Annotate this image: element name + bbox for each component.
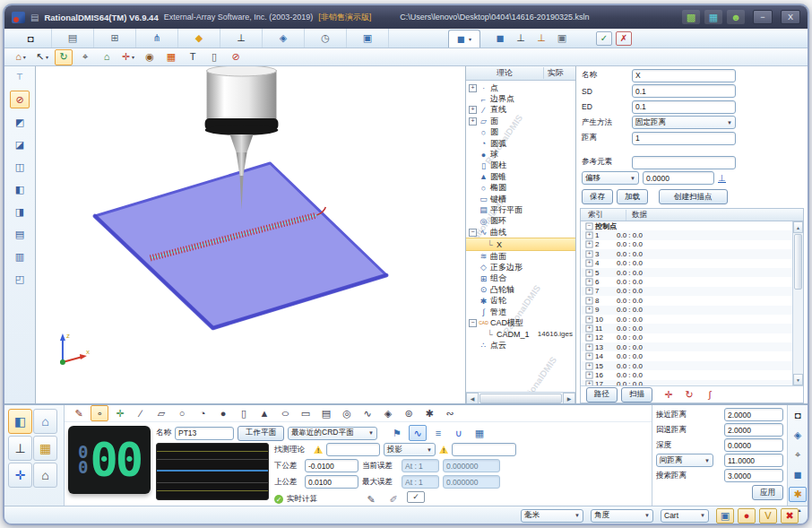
angle-dropdown[interactable]: 角度▼ [591, 509, 653, 523]
expand-toggle[interactable]: + [585, 353, 592, 360]
tree-item-parallel-planes[interactable]: ▤平行平面 [466, 204, 575, 215]
parallel-planes-feature-icon[interactable]: ▤ [317, 405, 335, 421]
circle-feature-icon[interactable]: ○ [173, 405, 191, 421]
path-button[interactable]: 路径 [586, 387, 618, 402]
probe-mode-icon-1[interactable]: ⊘ [10, 91, 30, 108]
probe-mode-icon-4[interactable]: ◫ [10, 158, 30, 176]
tree-col-actual[interactable]: 实际 [544, 67, 564, 79]
zoom-window-icon[interactable]: ⌖ [76, 49, 94, 65]
projection-dropdown[interactable]: 投影▼ [384, 443, 436, 456]
tree-item-cadm-1[interactable]: └CADM_114616.iges [466, 329, 575, 340]
probe-dark-icon[interactable]: ◘ [789, 408, 807, 423]
point-feature-icon[interactable]: ∘ [91, 405, 108, 421]
table-row[interactable]: +90.0 : 0.0 [581, 306, 793, 315]
edit-note-icon[interactable]: ✎ [362, 491, 380, 507]
expand-toggle[interactable]: + [585, 278, 592, 285]
expand-toggle[interactable]: − [469, 319, 477, 327]
crd-plane-dropdown[interactable]: 最靠近的CRD平面▼ [288, 427, 377, 440]
probe-disable-icon[interactable]: ⊘ [227, 49, 245, 65]
axes-button[interactable]: ✛ [8, 463, 32, 488]
app-icon[interactable] [12, 12, 25, 23]
tab-probe-qualify[interactable]: ◘ [10, 29, 52, 48]
scan-button[interactable]: 扫描 [621, 387, 652, 402]
shield-icon[interactable]: ◈ [789, 428, 807, 443]
coordinate-dropdown[interactable]: Cart▼ [661, 509, 709, 523]
cancel-x-icon[interactable]: ✗ [616, 31, 632, 46]
scroll-left-icon[interactable]: ◀ [466, 393, 479, 404]
list-display-icon[interactable]: ≡ [429, 425, 447, 441]
scroll-up-icon[interactable]: ▲ [793, 221, 803, 233]
tab-evaluate[interactable]: ⊞ [94, 29, 136, 48]
table-row[interactable]: +50.0 : 0.0 [581, 268, 793, 277]
confirm-checkbox[interactable]: ✓ [407, 491, 425, 503]
tree-item-curve[interactable]: −∿曲线 [466, 227, 575, 238]
tab-report[interactable]: ▤ [52, 29, 94, 48]
expand-toggle[interactable]: + [585, 307, 592, 314]
rotate-axis-icon[interactable]: ↻ [680, 386, 698, 402]
expand-toggle[interactable]: + [585, 250, 592, 257]
contacts-icon[interactable]: ☻ [727, 10, 745, 24]
point-axes-icon[interactable]: ✛ [111, 405, 129, 421]
method-dropdown[interactable]: 固定距离▼ [632, 116, 736, 129]
tree-item-pipe[interactable]: ∫管道 [466, 307, 575, 317]
expand-toggle[interactable]: + [585, 362, 592, 369]
pipe-feature-icon[interactable]: ∾ [441, 405, 459, 421]
sd-input[interactable]: 0.1 [632, 84, 736, 98]
expand-toggle[interactable]: + [585, 325, 592, 332]
gear-feature-icon[interactable]: ✱ [420, 405, 438, 421]
plane-feature-icon[interactable]: ▱ [152, 405, 170, 421]
probe-view-button[interactable]: ⊥ [8, 436, 32, 461]
ring-feature-icon[interactable]: ◎ [338, 405, 356, 421]
retract-distance-input[interactable]: 2.0000 [724, 423, 783, 437]
probe-flag-icon[interactable]: ⚑ [388, 425, 406, 441]
apply-check-icon[interactable]: ✓ [596, 31, 612, 46]
magnifier-icon[interactable]: ⌖ [789, 447, 807, 463]
tab-cad[interactable]: ◈ [263, 29, 305, 48]
expand-toggle[interactable]: + [469, 117, 477, 126]
cylinder-feature-icon[interactable]: ▯ [235, 405, 253, 421]
load-button[interactable]: 加载 [617, 189, 648, 204]
table-row[interactable]: +80.0 : 0.0 [581, 296, 793, 305]
workplane-button[interactable]: 工作平面 [238, 426, 284, 441]
table-row[interactable]: +70.0 : 0.0 [581, 287, 793, 296]
table-row[interactable]: +100.0 : 0.0 [581, 315, 793, 324]
expand-toggle[interactable]: + [585, 371, 592, 378]
expand-toggle[interactable]: + [585, 297, 592, 304]
tree-item-slot[interactable]: ▭键槽 [466, 194, 575, 204]
expand-toggle[interactable]: + [585, 316, 592, 323]
machine-view-button[interactable]: ◧ [8, 409, 32, 434]
tab-monitor[interactable]: ▣ [347, 29, 389, 48]
color-palette-icon[interactable]: ▦ [162, 49, 180, 65]
recycle-bin-icon[interactable]: ▯ [205, 49, 223, 65]
viewport-3d[interactable]: z x [36, 66, 465, 403]
tree-item-surface[interactable]: ≋曲面 [466, 251, 575, 262]
expand-toggle[interactable]: + [585, 232, 592, 239]
table-row[interactable]: +10.0 : 0.0 [581, 230, 793, 239]
text-label-icon[interactable]: T [184, 49, 202, 65]
tree-item-boundary-point[interactable]: ⌐边界点 [466, 93, 575, 104]
arc-feature-icon[interactable]: ◔ [194, 405, 212, 421]
reference-input[interactable] [632, 156, 736, 169]
surface-feature-icon[interactable]: ◈ [379, 405, 397, 421]
polygon-feature-icon[interactable]: ⊚ [400, 405, 418, 421]
scroll-right-icon[interactable]: ▶ [563, 393, 575, 404]
expand-toggle[interactable]: + [585, 241, 592, 248]
distance-input[interactable]: 1 [632, 132, 736, 145]
probe-cube-icon[interactable]: ◼ [789, 467, 807, 482]
probe-mode-icon-6[interactable]: ◨ [10, 203, 30, 221]
arc-display-icon[interactable]: ∪ [450, 425, 468, 441]
expand-toggle[interactable]: + [585, 269, 592, 276]
spacing-input[interactable]: 11.0000 [724, 454, 783, 467]
expand-toggle[interactable]: + [585, 334, 592, 342]
approach-distance-input[interactable]: 2.0000 [724, 408, 783, 421]
select-arrow-icon[interactable]: ↖▾ [33, 49, 51, 65]
probe-mode-icon-8[interactable]: ▥ [10, 247, 30, 265]
expand-toggle[interactable]: − [585, 222, 592, 229]
tree-item-arc[interactable]: ◔圆弧 [466, 138, 575, 149]
fit-view-icon[interactable]: ⌂ [98, 49, 116, 65]
cmm-machine-button[interactable]: ⌂ [33, 409, 57, 434]
lower-tolerance-input[interactable]: -0.0100 [305, 459, 358, 472]
tree-item-ellipse[interactable]: ○椭圆 [466, 183, 575, 194]
tree-item-line[interactable]: +∕直线 [466, 105, 575, 116]
table-group-row[interactable]: −控制点 [581, 221, 793, 230]
